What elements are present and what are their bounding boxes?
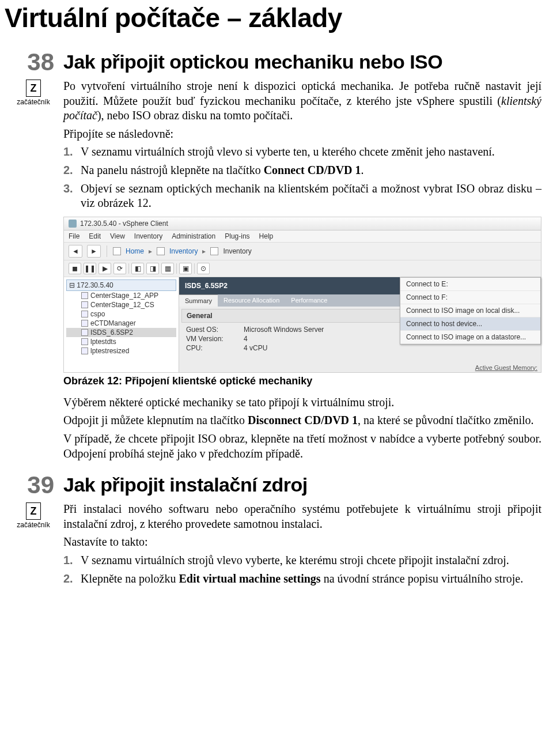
console-button[interactable]: ▣ [179, 263, 192, 274]
window-titlebar: 172.30.5.40 - vSphere Client [64, 217, 541, 230]
menu-item[interactable]: Plug-ins [225, 232, 249, 240]
tab-resource-allocation[interactable]: Resource Allocation [218, 294, 285, 307]
tip-number-38: 38 [20, 48, 54, 76]
dropdown-item-connect-f[interactable]: Connect to F: [400, 291, 540, 304]
list-item: 3.Objeví se seznam optických mechanik na… [81, 182, 541, 211]
kv-value: 4 [244, 335, 248, 343]
tree-item-label: lptestresized [90, 347, 129, 355]
step-text-bold: Connect CD/DVD 1 [264, 164, 361, 176]
kv-row: CPU:4 vCPU [179, 343, 541, 353]
vm-icon [81, 311, 88, 317]
menu-item[interactable]: Edit [89, 232, 101, 240]
vm-icon [81, 292, 88, 299]
snapshot-button[interactable]: ◧ [131, 263, 144, 274]
tree-item[interactable]: lptestresized [66, 346, 176, 356]
tree-item-label: ISDS_6.5SP2 [90, 328, 133, 337]
chevron-right-icon: ▸ [149, 247, 152, 255]
nav-toolbar: ◄ ► Home ▸ Inventory ▸ Inventory [64, 243, 541, 260]
text: ), nebo ISO obraz disku na tomto počítač… [97, 109, 293, 122]
separator [194, 263, 195, 274]
tab-performance[interactable]: Performance [285, 294, 333, 307]
tip-38-intro1: Po vytvoření virtuálního stroje není k d… [63, 79, 541, 123]
step-number: 3. [63, 182, 73, 196]
inventory-icon [210, 247, 218, 255]
tree-item[interactable]: lptestdts [66, 337, 176, 346]
step-text: na úvodní stránce popisu virtuálního str… [321, 572, 524, 585]
tip-39-section: 39 Z začátečník Jak připojit instalační … [63, 474, 541, 586]
breadcrumb-home[interactable]: Home [126, 247, 144, 255]
tip-39-title: Jak připojit instalační zdroj [63, 474, 541, 496]
figure-12-screenshot: 172.30.5.40 - vSphere Client File Edit V… [63, 217, 541, 373]
connect-device-button[interactable]: ⊙ [197, 263, 210, 274]
step-text: Objeví se seznam optických mechanik na k… [81, 182, 541, 210]
tree-item[interactable]: CenterStage_12_CS [66, 300, 176, 309]
step-number: 1. [63, 145, 73, 160]
dropdown-item-host-device[interactable]: Connect to host device... [400, 317, 540, 331]
vm-toolbar: ◼ ❚❚ ▶ ⟳ ◧ ◨ ▦ ▣ ⊙ [64, 260, 541, 277]
separator [176, 263, 177, 274]
tree-item-label: CenterStage_12_CS [90, 301, 154, 309]
tree-item-selected[interactable]: ISDS_6.5SP2 [66, 328, 176, 337]
kv-value: Microsoft Windows Server [244, 326, 324, 334]
tip-38-section: 38 Z začátečník Jak připojit optickou me… [63, 51, 541, 461]
dropdown-item-iso-local[interactable]: Connect to ISO image on local disk... [400, 304, 540, 317]
tree-item-label: lptestdts [90, 338, 116, 346]
snapshot-manager-button[interactable]: ▦ [161, 263, 174, 274]
kv-key: Guest OS: [186, 326, 244, 334]
reset-button[interactable]: ⟳ [113, 263, 126, 274]
tree-item-label: CenterStage_12_APP [90, 292, 158, 300]
cd-dvd-dropdown: Connect to E: Connect to F: Connect to I… [400, 277, 541, 345]
main-area: ⊟ 172.30.5.40 CenterStage_12_APP CenterS… [64, 277, 541, 372]
tree-item[interactable]: eCTDManager [66, 319, 176, 328]
menubar: File Edit View Inventory Administration … [64, 230, 541, 243]
stop-button[interactable]: ◼ [69, 263, 81, 274]
menu-item[interactable]: View [110, 232, 125, 240]
level-letter: Z [26, 80, 41, 97]
text: Odpojit ji můžete klepnutím na tlačítko [63, 414, 248, 426]
level-label: začátečník [10, 98, 56, 106]
level-label: začátečník [10, 521, 56, 529]
dropdown-item-connect-e[interactable]: Connect to E: [400, 278, 540, 291]
list-item: 1.V seznamu virtuálních strojů vlevo si … [81, 145, 541, 160]
step-text: Klepněte na položku [81, 572, 179, 585]
vm-icon [81, 338, 88, 345]
tip-39-steps: 1.V seznamu virtuálních strojů vlevo vyb… [63, 553, 541, 586]
text-bold: Disconnect CD/DVD 1 [248, 414, 358, 426]
inventory-tree: ⊟ 172.30.5.40 CenterStage_12_APP CenterS… [64, 277, 179, 372]
pause-button[interactable]: ❚❚ [84, 263, 96, 274]
dropdown-item-iso-datastore[interactable]: Connect to ISO image on a datastore... [400, 331, 540, 344]
tip-39-intro2: Nastavíte to takto: [63, 535, 541, 550]
active-guest-memory-label: Active Guest Memory: [475, 364, 537, 371]
menu-item[interactable]: Administration [172, 232, 215, 240]
text: , na které se původní tlačítko změnilo. [358, 414, 533, 426]
tab-summary[interactable]: Summary [179, 294, 218, 307]
step-text: . [361, 164, 364, 176]
page-header: Virtuální počítače – základy [0, 0, 553, 51]
vm-icon [81, 329, 88, 336]
menu-item[interactable]: Inventory [134, 232, 162, 240]
breadcrumb-inventory[interactable]: Inventory [169, 247, 198, 255]
kv-key: VM Version: [186, 335, 244, 343]
tip-38-after3: V případě, že chcete připojit ISO obraz,… [63, 432, 541, 461]
step-number: 1. [63, 553, 73, 568]
window-title: 172.30.5.40 - vSphere Client [80, 220, 168, 228]
menu-item[interactable]: Help [259, 232, 274, 240]
forward-button[interactable]: ► [87, 245, 101, 258]
kv-key: CPU: [186, 344, 244, 352]
tip-38-after2: Odpojit ji můžete klepnutím na tlačítko … [63, 413, 541, 428]
back-button[interactable]: ◄ [69, 245, 82, 258]
tree-item-label: cspo [90, 310, 105, 318]
separator [107, 245, 107, 257]
menu-item[interactable]: File [69, 232, 79, 240]
list-item: 2.Na panelu nástrojů klepněte na tlačítk… [81, 163, 541, 178]
tree-item[interactable]: CenterStage_12_APP [66, 291, 176, 300]
snapshot-revert-button[interactable]: ◨ [146, 263, 159, 274]
tip-38-intro2: Připojíte se následovně: [63, 127, 541, 142]
tree-item[interactable]: cspo [66, 309, 176, 319]
figure-12-caption: Obrázek 12: Připojení klientské optické … [63, 375, 541, 387]
inventory-icon [157, 247, 165, 255]
level-badge-39: Z začátečník [10, 502, 56, 529]
tip-39-intro1: Při instalaci nového softwaru nebo opera… [63, 502, 541, 531]
tree-root[interactable]: ⊟ 172.30.5.40 [66, 279, 176, 291]
play-button[interactable]: ▶ [99, 263, 111, 274]
